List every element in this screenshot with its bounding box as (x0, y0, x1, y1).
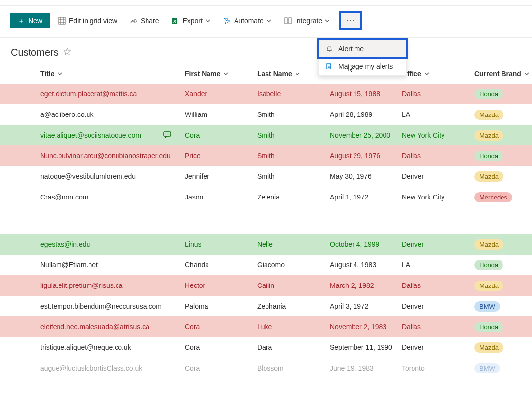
table-row[interactable]: Nullam@Etiam.netChandaGiacomoAugust 4, 1… (0, 255, 532, 275)
automate-icon (223, 17, 231, 25)
favorite-star-icon[interactable] (63, 48, 71, 57)
cell-title[interactable]: Cras@non.com (38, 193, 183, 201)
cell-title[interactable]: natoque@vestibulumlorem.edu (38, 172, 183, 180)
column-header-first-name[interactable]: First Name (183, 70, 255, 78)
cell-brand: BMW (473, 301, 532, 312)
cell-first-name: Linus (183, 240, 255, 248)
edit-grid-button[interactable]: Edit in grid view (53, 14, 122, 28)
cell-dob: November 25, 2000 (328, 131, 400, 139)
cell-title[interactable]: eget.dictum.placerat@mattis.ca (38, 90, 183, 98)
cell-title[interactable]: Nullam@Etiam.net (38, 261, 183, 269)
page-title: Customers (11, 47, 59, 58)
brand-pill: Honda (474, 89, 503, 99)
table-row[interactable]: natoque@vestibulumlorem.eduJenniferSmith… (0, 166, 532, 187)
table-row[interactable]: Nunc.pulvinar.arcu@conubianostraper.eduP… (0, 145, 532, 166)
excel-icon: X (172, 17, 179, 25)
cell-dob: April 1, 1972 (328, 193, 400, 201)
rows-group: eget.dictum.placerat@mattis.caXanderIsab… (0, 84, 532, 207)
export-button[interactable]: X Export (167, 14, 215, 28)
integrate-button[interactable]: Integrate (279, 14, 335, 28)
cell-first-name: Jason (183, 193, 255, 201)
rows-gap (0, 207, 532, 234)
chevron-down-icon (223, 72, 228, 75)
cell-dob: October 4, 1999 (328, 240, 400, 248)
brand-pill: Honda (474, 322, 503, 332)
table-row[interactable]: tristique.aliquet@neque.co.ukCoraDaraSep… (0, 337, 532, 358)
cell-first-name: Cora (183, 131, 255, 139)
cell-first-name: Paloma (183, 302, 255, 310)
cell-brand: Honda (473, 322, 532, 332)
cell-title[interactable]: est.tempor.bibendum@neccursusa.com (38, 302, 183, 310)
column-header-brand[interactable]: Current Brand (473, 70, 532, 78)
cell-title[interactable]: ligula.elit.pretium@risus.ca (38, 282, 183, 289)
svg-text:X: X (173, 19, 176, 24)
cell-title[interactable]: a@aclibero.co.uk (38, 111, 183, 118)
cell-office: New York City (400, 193, 473, 201)
cell-title[interactable]: eleifend.nec.malesuada@atrisus.ca (38, 323, 183, 331)
menu-item-label: Alert me (338, 45, 364, 53)
cell-first-name: Hector (183, 282, 255, 289)
cell-first-name: Cora (183, 364, 255, 372)
cell-dob: September 11, 1990 (328, 343, 400, 351)
table-row[interactable]: egestas@in.eduLinusNelleOctober 4, 1999D… (0, 234, 532, 255)
overflow-menu: Alert me Manage my alerts (318, 39, 407, 76)
table-row[interactable]: ligula.elit.pretium@risus.caHectorCailin… (0, 275, 532, 296)
chevron-down-icon (524, 72, 529, 75)
cell-title[interactable]: Nunc.pulvinar.arcu@conubianostraper.edu (38, 152, 183, 160)
plus-icon: ＋ (18, 17, 25, 24)
cell-last-name: Dara (255, 343, 328, 351)
column-header-title[interactable]: Title (38, 70, 183, 78)
share-button[interactable]: Share (125, 14, 164, 28)
menu-item-manage-alerts[interactable]: Manage my alerts (319, 57, 406, 75)
cell-title[interactable]: vitae.aliquet@sociisnatoque.com (38, 131, 183, 139)
column-header-office[interactable]: Office (400, 70, 473, 78)
cell-dob: March 2, 1982 (328, 282, 400, 289)
svg-rect-7 (285, 18, 287, 24)
cell-office: LA (400, 111, 473, 118)
brand-pill: Mazda (474, 281, 503, 291)
comment-icon[interactable] (163, 131, 171, 139)
cell-dob: April 3, 1972 (328, 302, 400, 310)
table-row[interactable]: eleifend.nec.malesuada@atrisus.caCoraLuk… (0, 316, 532, 337)
cell-dob: August 29, 1976 (328, 152, 400, 160)
table-row[interactable]: vitae.aliquet@sociisnatoque.comCoraSmith… (0, 125, 532, 145)
cell-office: Denver (400, 343, 473, 351)
grid-icon (58, 17, 66, 25)
new-button[interactable]: ＋ New (10, 13, 50, 28)
share-label: Share (141, 17, 159, 25)
cell-office: Dallas (400, 152, 473, 160)
cell-last-name: Zephania (255, 302, 328, 310)
cell-office: LA (400, 261, 473, 269)
brand-pill: Mazda (474, 342, 503, 353)
table-row[interactable]: est.tempor.bibendum@neccursusa.comPaloma… (0, 296, 532, 316)
cursor-pointer-icon (347, 64, 355, 75)
table-row[interactable]: eget.dictum.placerat@mattis.caXanderIsab… (0, 84, 532, 104)
cell-title[interactable]: tristique.aliquet@neque.co.uk (38, 343, 183, 351)
chevron-down-icon (58, 72, 62, 75)
svg-point-11 (165, 134, 166, 135)
top-divider (0, 0, 532, 6)
table-row[interactable]: a@aclibero.co.ukWilliamSmithApril 28, 19… (0, 104, 532, 125)
cell-title[interactable]: augue@luctuslobortisClass.co.uk (38, 364, 183, 372)
cell-first-name: Cora (183, 323, 255, 331)
ellipsis-icon: ··· (346, 17, 355, 25)
command-bar: ＋ New Edit in grid view Share X Export A… (0, 6, 532, 38)
menu-item-alert-me[interactable]: Alert me (317, 38, 408, 59)
cell-brand: Mercedes (473, 192, 532, 202)
integrate-label: Integrate (295, 17, 322, 25)
table-row[interactable]: Cras@non.comJasonZeleniaApril 1, 1972New… (0, 187, 532, 207)
automate-button[interactable]: Automate (218, 14, 276, 28)
column-header-last-name[interactable]: Last Name (255, 70, 328, 78)
brand-pill: Honda (474, 151, 503, 161)
cell-brand: Mazda (473, 171, 532, 182)
cell-brand: Mazda (473, 110, 532, 120)
cell-title[interactable]: egestas@in.edu (38, 240, 183, 248)
cell-last-name: Smith (255, 111, 328, 118)
manage-alerts-icon (325, 62, 333, 70)
table-row[interactable]: augue@luctuslobortisClass.co.ukCoraBloss… (0, 358, 532, 378)
cell-brand: BMW (473, 363, 532, 373)
brand-pill: Mazda (474, 130, 503, 141)
overflow-button[interactable]: ··· (339, 11, 362, 30)
cell-brand: Honda (473, 89, 532, 99)
cell-first-name: Chanda (183, 261, 255, 269)
